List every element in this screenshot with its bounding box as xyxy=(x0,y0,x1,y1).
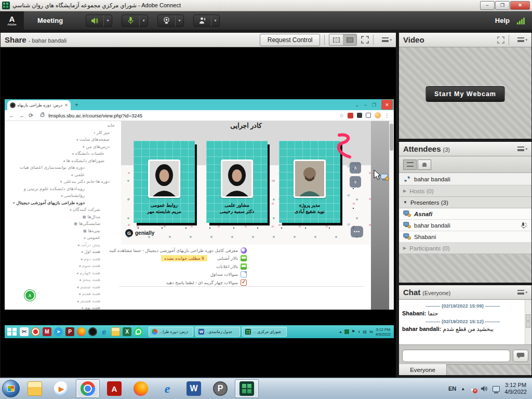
browser-restore[interactable]: ❐ xyxy=(372,102,376,108)
reload-icon[interactable]: ⟳ xyxy=(29,112,33,119)
browser-minimize[interactable]: – xyxy=(364,102,367,108)
speaker-dropdown[interactable]: ▾ xyxy=(104,15,112,26)
sidebar-item[interactable]: هفته هشتم xyxy=(7,298,115,305)
bookmark-star-icon[interactable]: ☆ xyxy=(339,113,344,118)
telegram-icon[interactable]: ➤ xyxy=(54,327,63,336)
attendees-pod-menu-button[interactable]: ▾ xyxy=(517,147,527,151)
tray-expand-icon[interactable]: ▲ xyxy=(461,387,465,391)
meeting-menu[interactable]: Meeting xyxy=(24,17,76,24)
tray-flag-icon[interactable]: ⚑ xyxy=(352,329,355,334)
sidebar-item[interactable]: نمره‌ها xyxy=(7,228,115,235)
sidebar-item[interactable]: دوره طراحی بازیهای آموزشی دیجیتال xyxy=(7,200,95,207)
hosts-group-row[interactable]: ▶ Hosts (0) xyxy=(399,185,531,197)
profile-avatar[interactable] xyxy=(375,112,381,118)
genially-brand[interactable]: G genially xyxy=(125,229,154,237)
sidebar-item[interactable]: شوراهای دانشکده ها xyxy=(7,157,115,165)
browser-menu-icon[interactable]: ⋮ xyxy=(384,113,390,118)
fit-view-button[interactable] xyxy=(329,34,343,45)
slide-down-button[interactable]: ∨ xyxy=(350,176,361,188)
chrome-icon[interactable] xyxy=(76,379,100,398)
status-dropdown[interactable]: ▾ xyxy=(211,15,219,26)
snipping-tool-icon[interactable]: ✂ xyxy=(20,327,29,336)
slide-up-button[interactable]: ∧ xyxy=(350,162,361,174)
acrobat-icon[interactable]: A xyxy=(102,379,126,398)
attendee-row[interactable]: Asnafi xyxy=(399,208,531,220)
active-speaker-row[interactable]: bahar bandali xyxy=(399,173,531,185)
psiphon-icon[interactable]: P xyxy=(208,379,232,398)
sidebar-item[interactable]: هفته نهم xyxy=(7,304,115,310)
extension-dark-icon[interactable] xyxy=(357,113,362,118)
chrome-window-button[interactable]: درس: دوره طرا... xyxy=(149,327,193,337)
start-webcam-button[interactable]: Start My Webcam xyxy=(425,86,505,102)
screen-recorder-icon[interactable] xyxy=(31,327,40,336)
chat-tab-everyone[interactable]: Everyone xyxy=(399,364,447,375)
internet-explorer-icon[interactable]: e xyxy=(155,379,179,398)
share-pod-menu-button[interactable]: ▾ xyxy=(382,37,392,42)
media-player-icon[interactable] xyxy=(49,379,73,398)
resource-label[interactable]: سوالات متداول xyxy=(210,272,238,277)
resource-label[interactable]: معرفی کامل دوره طراحی بازیهای آموزشی دیج… xyxy=(109,248,238,253)
embed-options-button[interactable]: ••• xyxy=(351,226,363,237)
sidebar-item[interactable]: هفته هفتم xyxy=(7,290,115,298)
close-button[interactable]: ✕ xyxy=(510,1,530,10)
action-center-flag-icon[interactable] xyxy=(470,385,476,392)
actual-size-view-button[interactable] xyxy=(343,34,356,45)
video-pod-menu-button[interactable]: ▾ xyxy=(517,37,527,42)
psiphon-icon[interactable]: P xyxy=(65,327,74,336)
taskbar-clock[interactable]: 3:12 PM 4/9/2022 xyxy=(504,382,530,395)
shared-start-button[interactable] xyxy=(7,327,17,337)
excel-icon[interactable]: X xyxy=(123,327,131,336)
sidebar-item[interactable]: عمومی xyxy=(7,234,115,242)
sidebar-item[interactable]: درس‌های من xyxy=(7,143,115,151)
back-icon[interactable]: ← xyxy=(9,112,15,118)
network-icon[interactable] xyxy=(493,386,500,392)
resource-label[interactable]: تالار اعلانات xyxy=(216,264,238,269)
scrollbar-thumb[interactable] xyxy=(390,124,393,151)
chat-scrollbar-thumb[interactable]: ≡ xyxy=(526,314,530,328)
status-button[interactable] xyxy=(194,15,211,26)
sidebar-item[interactable]: رویدادهای دانشکده علوم تربیتی و روانشناس… xyxy=(7,185,95,200)
sidebar-item[interactable]: هفته دوم xyxy=(7,256,115,263)
url-text[interactable]: lmsplus.sbu.ac.ir/course/view.php?id=324… xyxy=(48,113,142,118)
volume-icon[interactable] xyxy=(481,385,488,392)
adobe-connect-icon[interactable] xyxy=(235,379,259,398)
attendee-list-view-button[interactable] xyxy=(403,159,417,170)
word-icon[interactable]: W xyxy=(182,379,206,398)
sidebar-item[interactable]: هفته اول xyxy=(7,248,115,256)
obs-icon[interactable] xyxy=(88,327,97,336)
sidebar-item[interactable]: دوره ها-خانم دکتر بندعلی xyxy=(7,178,115,185)
sidebar-toggle-icon[interactable] xyxy=(366,113,371,118)
sidebar-item[interactable]: شایستگی‌ها xyxy=(7,220,115,228)
chat-scrollbar[interactable]: ≡ xyxy=(525,300,531,345)
sidebar-item[interactable]: هفته پنجم xyxy=(7,276,115,284)
presenters-group-row[interactable]: ▼ Presenters (3) xyxy=(399,197,531,208)
file-explorer-icon[interactable] xyxy=(23,379,47,398)
sidebar-item[interactable]: صفحه‌های سایت xyxy=(7,136,115,143)
send-message-button[interactable] xyxy=(513,350,528,362)
browser-close[interactable]: ✕ xyxy=(381,100,393,110)
microphone-button[interactable] xyxy=(122,15,140,26)
sidebar-item[interactable]: شرکت کنندگان xyxy=(7,206,115,214)
forward-icon[interactable]: → xyxy=(19,112,24,118)
tray-volume-icon[interactable]: ◖ xyxy=(358,329,361,334)
tray-language[interactable]: fa xyxy=(369,329,373,334)
sidebar-item[interactable]: هفته چهارم xyxy=(7,270,115,277)
tray-network-icon[interactable]: ▤ xyxy=(363,329,367,334)
speaker-button[interactable] xyxy=(86,15,104,26)
connect-window-button[interactable]: شورای مرکزی ... xyxy=(242,327,287,337)
whatsapp-icon[interactable] xyxy=(134,327,143,336)
connection-signal-icon[interactable] xyxy=(517,17,527,24)
attendee-row[interactable]: bahar bandali xyxy=(399,220,531,231)
tray-app-icon[interactable] xyxy=(344,329,349,334)
sidebar-item[interactable]: مدال‌ها xyxy=(7,214,115,221)
attendee-row[interactable]: Shabani xyxy=(399,231,531,243)
adobe-m-app-icon[interactable]: M xyxy=(43,327,51,336)
shared-clock[interactable]: 3:12 PM 4/9/2022 xyxy=(376,327,392,337)
resource-label[interactable]: سوالات چهار گزینه ای - لطفا پاسخ دهید xyxy=(166,280,238,285)
sidebar-item[interactable]: هفته سوم xyxy=(7,262,115,270)
microphone-dropdown[interactable]: ▾ xyxy=(140,15,148,26)
sidebar-item[interactable]: پیش درآمد xyxy=(7,242,115,249)
word-window-button[interactable]: جدول زمانبندی.. xyxy=(195,327,240,337)
language-indicator[interactable]: EN xyxy=(448,385,456,392)
help-menu[interactable]: Help xyxy=(495,17,510,24)
